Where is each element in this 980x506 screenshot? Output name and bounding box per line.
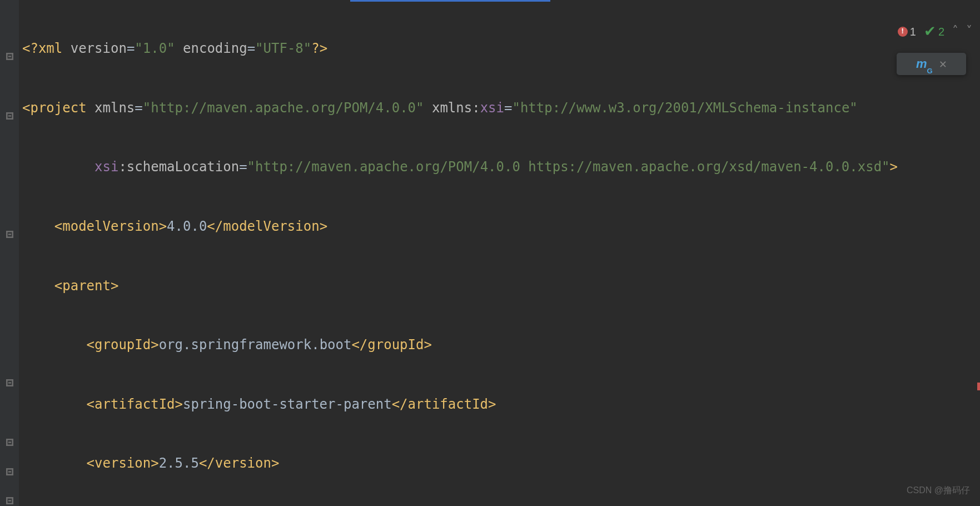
inspection-bar: ! 1 ✔ 2 ˄ ˅ xyxy=(898,16,972,48)
fold-icon[interactable] xyxy=(5,438,14,447)
warning-count: 2 xyxy=(938,19,944,44)
fold-icon[interactable] xyxy=(5,378,14,387)
fold-icon[interactable] xyxy=(5,496,14,505)
fold-icon[interactable] xyxy=(5,230,14,239)
check-icon: ✔ xyxy=(924,16,936,48)
warning-indicator[interactable]: ✔ 2 xyxy=(924,16,944,48)
chevron-down-icon[interactable]: ˅ xyxy=(966,18,972,45)
gutter xyxy=(0,0,19,506)
xml-decl: <? xyxy=(22,41,38,56)
maven-tool-overlay[interactable]: mG ✕ xyxy=(897,53,966,75)
fold-icon[interactable] xyxy=(5,467,14,476)
fold-icon[interactable] xyxy=(5,111,14,120)
chevron-up-icon[interactable]: ˄ xyxy=(952,18,958,45)
error-icon: ! xyxy=(898,27,908,37)
tab-active-indicator xyxy=(350,0,550,2)
watermark: CSDN @撸码仔 xyxy=(907,480,970,500)
close-icon[interactable]: ✕ xyxy=(939,51,947,78)
error-stripe[interactable] xyxy=(977,383,980,390)
maven-icon: mG xyxy=(916,51,927,78)
error-indicator[interactable]: ! 1 xyxy=(898,19,916,44)
fold-icon[interactable] xyxy=(5,52,14,61)
code-editor[interactable]: <?xml version="1.0" encoding="UTF-8"?> <… xyxy=(22,4,980,506)
error-count: 1 xyxy=(910,19,916,44)
